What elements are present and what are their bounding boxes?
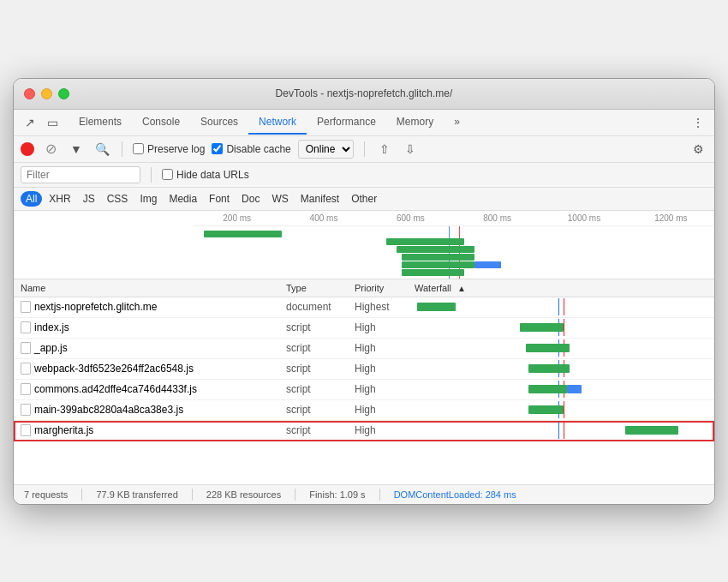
header-name[interactable]: Name [21, 283, 286, 293]
tab-more[interactable]: » [444, 111, 470, 135]
type-btn-js[interactable]: JS [78, 191, 100, 207]
filter-icon[interactable]: ▼ [67, 140, 86, 159]
tab-memory[interactable]: Memory [386, 111, 444, 135]
hide-data-urls-label[interactable]: Hide data URLs [162, 169, 249, 181]
tab-performance[interactable]: Performance [307, 111, 386, 135]
divider-1 [122, 141, 122, 157]
disable-cache-checkbox[interactable] [212, 143, 223, 154]
table-header: Name Type Priority Waterfall ▲ [14, 279, 714, 297]
type-btn-other[interactable]: Other [346, 191, 382, 207]
status-divider-3 [295, 489, 295, 501]
header-priority[interactable]: Priority [355, 283, 415, 293]
file-icon-0 [21, 301, 31, 313]
minimize-button[interactable] [41, 88, 52, 99]
more-options-icon[interactable]: ⋮ [689, 113, 707, 132]
row-priority-3: High [355, 363, 415, 375]
table-row[interactable]: _app.js script High [14, 339, 714, 359]
ruler-tick-1200: 1200 ms [628, 213, 714, 223]
filter-input[interactable] [21, 166, 140, 183]
status-requests: 7 requests [24, 489, 68, 500]
timeline-bar-4 [402, 261, 474, 268]
status-divider-2 [192, 489, 193, 501]
row-waterfall-1 [415, 321, 707, 333]
timeline-bar-3 [402, 254, 474, 261]
record-button[interactable] [21, 142, 34, 156]
table-row[interactable]: commons.ad42dffe4ca746d4433f.js script H… [14, 380, 714, 400]
row-type-0: document [286, 301, 355, 313]
row-priority-4: High [355, 383, 415, 395]
table-body: nextjs-noprefetch.glitch.me document Hig… [14, 297, 714, 484]
disable-cache-label[interactable]: Disable cache [212, 143, 290, 155]
ruler-tick-1000: 1000 ms [540, 213, 627, 223]
table-row[interactable]: main-399abc8280a4a8ca38e3.js script High [14, 400, 714, 421]
row-type-4: script [286, 383, 355, 395]
tabs-container: Elements Console Sources Network Perform… [69, 111, 689, 134]
settings-icon[interactable]: ⚙ [689, 140, 707, 159]
row-waterfall-4 [415, 383, 707, 395]
export-icon[interactable]: ⇩ [401, 140, 420, 159]
file-icon-1 [21, 321, 31, 333]
table-row[interactable]: webpack-3df6523e264ff2ac6548.js script H… [14, 359, 714, 380]
type-btn-doc[interactable]: Doc [236, 191, 265, 207]
devtools-window: DevTools - nextjs-noprefetch.glitch.me/ … [13, 78, 715, 505]
network-toolbar: ⊘ ▼ 🔍 Preserve log Disable cache Online … [14, 136, 714, 163]
row-priority-1: High [355, 321, 415, 333]
file-icon-5 [21, 404, 31, 416]
row-name-3: webpack-3df6523e264ff2ac6548.js [21, 363, 286, 375]
row-name-6: margherita.js [21, 424, 286, 436]
traffic-lights [24, 88, 69, 99]
type-btn-xhr[interactable]: XHR [44, 191, 75, 207]
tab-elements[interactable]: Elements [69, 111, 132, 135]
type-btn-manifest[interactable]: Manifest [295, 191, 344, 207]
row-type-2: script [286, 342, 355, 354]
row-name-0: nextjs-noprefetch.glitch.me [21, 301, 286, 313]
timeline-area: 200 ms 400 ms 600 ms 800 ms 1000 ms 1200… [14, 211, 714, 279]
titlebar: DevTools - nextjs-noprefetch.glitch.me/ [14, 79, 714, 110]
type-btn-all[interactable]: All [21, 191, 42, 207]
table-row[interactable]: margherita.js script High [14, 421, 714, 441]
row-type-1: script [286, 321, 355, 333]
clear-button[interactable]: ⊘ [41, 140, 60, 159]
timeline-bar-4-extra [474, 261, 500, 268]
status-divider-1 [81, 489, 82, 501]
tab-sources[interactable]: Sources [190, 111, 248, 135]
row-priority-0: Highest [355, 301, 415, 313]
type-btn-img[interactable]: Img [134, 191, 162, 207]
table-row[interactable]: index.js script High [14, 318, 714, 339]
status-resources: 228 KB resources [206, 489, 281, 500]
filter-row: Hide data URLs [14, 163, 714, 188]
ruler-tick-200: 200 ms [194, 213, 280, 223]
tab-console[interactable]: Console [132, 111, 190, 135]
row-name-4: commons.ad42dffe4ca746d4433f.js [21, 383, 286, 395]
import-icon[interactable]: ⇧ [375, 140, 394, 159]
inspect-icon[interactable]: ▭ [43, 113, 62, 132]
header-type[interactable]: Type [286, 283, 355, 293]
row-priority-5: High [355, 404, 415, 416]
preserve-log-label[interactable]: Preserve log [133, 143, 205, 155]
row-name-1: index.js [21, 321, 286, 333]
tab-network[interactable]: Network [248, 111, 307, 135]
close-button[interactable] [24, 88, 35, 99]
hide-data-urls-checkbox[interactable] [162, 169, 173, 180]
maximize-button[interactable] [58, 88, 69, 99]
preserve-log-checkbox[interactable] [133, 143, 144, 154]
header-waterfall[interactable]: Waterfall ▲ [415, 283, 707, 293]
status-finish: Finish: 1.09 s [309, 489, 365, 500]
status-transferred: 77.9 KB transferred [96, 489, 177, 500]
row-waterfall-2 [415, 342, 707, 354]
file-icon-3 [21, 363, 31, 375]
row-type-3: script [286, 363, 355, 375]
type-btn-ws[interactable]: WS [266, 191, 293, 207]
throttling-select[interactable]: Online [298, 140, 354, 159]
search-icon[interactable]: 🔍 [92, 140, 111, 159]
devtools-left-icons: ↗ ▭ [21, 110, 62, 135]
cursor-icon[interactable]: ↗ [21, 113, 39, 132]
row-name-2: _app.js [21, 342, 286, 354]
table-row[interactable]: nextjs-noprefetch.glitch.me document Hig… [14, 297, 714, 318]
window-title: DevTools - nextjs-noprefetch.glitch.me/ [276, 87, 453, 99]
type-btn-css[interactable]: CSS [102, 191, 134, 207]
type-btn-media[interactable]: Media [164, 191, 202, 207]
row-waterfall-3 [415, 363, 707, 375]
timeline-bar-1 [386, 238, 464, 245]
type-btn-font[interactable]: Font [204, 191, 235, 207]
